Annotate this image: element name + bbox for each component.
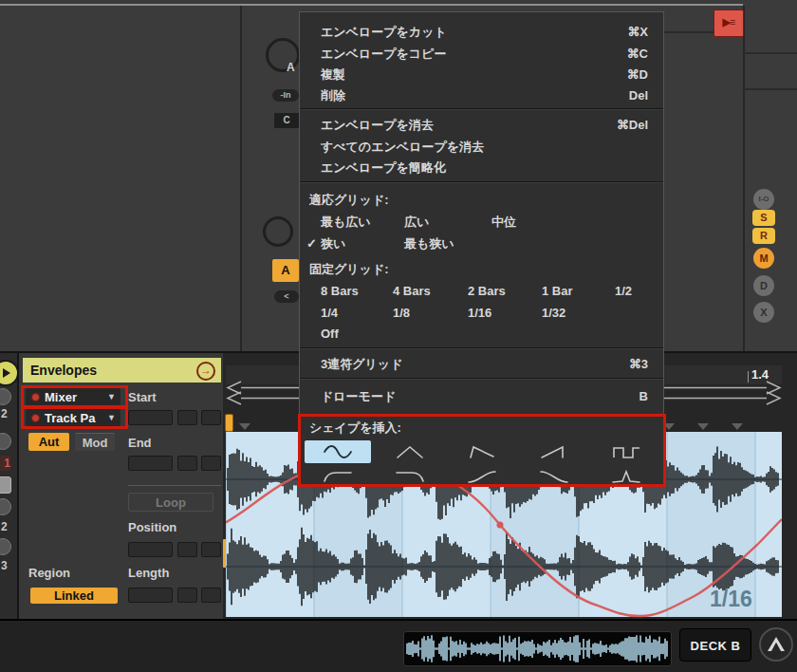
grid-option-2bars[interactable]: 2 Bars [468, 282, 506, 301]
grid-option-half[interactable]: 1/2 [615, 282, 632, 301]
track-stop-button-2[interactable] [0, 433, 11, 450]
start-sixteenths-field[interactable] [201, 410, 221, 425]
envelope-breakpoint[interactable] [497, 522, 504, 529]
shortcut: B [639, 386, 648, 407]
grid-option-sixteenth[interactable]: 1/16 [468, 304, 491, 323]
mixer-toggle[interactable]: M [753, 248, 774, 269]
grid-option-wide[interactable]: 広い [404, 213, 429, 232]
menu-separator [300, 181, 663, 183]
loop-continues-left-icon [228, 382, 241, 404]
modulation-tab[interactable]: Mod [75, 433, 115, 451]
end-bars-field[interactable] [128, 456, 173, 471]
menu-item-copy-envelope[interactable]: エンベロープをコピー⌘C [300, 44, 663, 65]
shape-sine-icon[interactable] [305, 440, 371, 463]
position-beats-field[interactable] [177, 542, 197, 557]
returns-toggle[interactable]: R [752, 228, 775, 244]
shape-spike-icon[interactable] [593, 467, 659, 485]
menu-item-duplicate[interactable]: 複製⌘D [300, 65, 663, 85]
envelopes-expand-arrow-icon[interactable]: → [196, 362, 215, 381]
control-chooser-value: Track Pa [45, 411, 107, 425]
start-beats-field[interactable] [177, 410, 197, 425]
envelope-device-chooser[interactable]: Mixer ▼ [26, 388, 120, 405]
length-beats-field[interactable] [177, 588, 197, 603]
shape-inverse-s-curve-icon[interactable] [521, 467, 587, 485]
track-stop-button-4[interactable] [0, 538, 11, 555]
sends-toggle[interactable]: S [752, 210, 775, 226]
envelope-control-chooser[interactable]: Track Pa ▼ [26, 409, 120, 426]
chevron-down-icon: ▼ [107, 413, 116, 422]
clip-slot[interactable] [0, 476, 11, 494]
shape-triangle-icon[interactable] [377, 440, 443, 463]
menu-item-delete[interactable]: 削除Del [300, 85, 663, 106]
shape-exp-down-icon[interactable] [377, 467, 443, 485]
device-prev-pill[interactable]: < [274, 290, 299, 303]
menu-separator [300, 378, 663, 380]
shape-square-icon[interactable] [593, 440, 659, 463]
menu-item-clear-envelope[interactable]: エンベロープを消去⌘Del [300, 115, 663, 136]
follow-play-button[interactable]: ▶≡ [714, 9, 744, 37]
fixed-grid-header: 固定グリッド: [309, 260, 389, 279]
grid-option-widest[interactable]: 最も広い [321, 213, 371, 232]
deck-selector-button[interactable]: DECK B [679, 628, 751, 662]
shortcut: ⌘X [627, 22, 648, 43]
sample-overview-strip[interactable] [403, 631, 672, 666]
automation-tab[interactable]: Aut [28, 433, 69, 451]
grid-option-1bar[interactable]: 1 Bar [542, 282, 573, 301]
grid-option-narrow[interactable]: 狭い [321, 234, 345, 253]
grid-option-off[interactable]: Off [321, 325, 339, 344]
end-sixteenths-field[interactable] [201, 456, 221, 471]
shortcut: ⌘C [627, 44, 648, 65]
menu-item-draw-mode[interactable]: ドローモードB [300, 386, 663, 407]
grid-option-thirtysecond[interactable]: 1/32 [542, 304, 565, 323]
device-chooser-value: Mixer [45, 390, 107, 404]
device-panel-divider [240, 6, 242, 353]
track-number-3: 3 [1, 559, 8, 572]
position-bars-field[interactable] [128, 542, 173, 557]
shortcut: ⌘D [627, 65, 648, 85]
track-stop-button-3[interactable] [0, 498, 11, 515]
crossfade-toggle[interactable]: X [753, 302, 774, 323]
grid-option-quarter[interactable]: 1/4 [321, 304, 338, 323]
shape-s-curve-icon[interactable] [449, 467, 515, 485]
loop-button[interactable]: Loop [128, 493, 213, 512]
grid-option-medium[interactable]: 中位 [491, 213, 516, 232]
start-bars-field[interactable] [128, 410, 173, 425]
shape-exp-up-icon[interactable] [305, 467, 371, 485]
shape-saw-up-icon[interactable] [521, 440, 587, 463]
region-label: Region [28, 566, 70, 580]
grid-option-8bars[interactable]: 8 Bars [321, 282, 359, 301]
grid-option-narrowest[interactable]: 最も狭い [404, 234, 454, 253]
track-rail: 2 1 2 3 [0, 353, 17, 619]
device-in-pill[interactable]: -In [272, 89, 299, 102]
menu-item-cut-envelope[interactable]: エンベロープをカット⌘X [300, 22, 663, 43]
end-beats-field[interactable] [177, 456, 197, 471]
insert-shape-header: シェイプを挿入: [309, 419, 401, 438]
shortcut: Del [629, 85, 648, 106]
position-sixteenths-field[interactable] [201, 542, 221, 557]
device-knob-2[interactable] [263, 216, 293, 247]
envelopes-title: Envelopes [30, 363, 97, 378]
grid-option-eighth[interactable]: 1/8 [393, 304, 410, 323]
end-label: End [128, 436, 152, 450]
grid-option-4bars[interactable]: 4 Bars [393, 282, 431, 301]
control-led-icon [31, 414, 40, 422]
app-logo-icon[interactable] [759, 627, 793, 662]
shape-saw-down-icon[interactable] [449, 440, 515, 463]
io-toggle[interactable]: I-O [753, 189, 774, 210]
device-chain-box[interactable]: C [274, 113, 299, 128]
track-stop-button-1[interactable] [0, 388, 11, 405]
clip-launch-button[interactable] [0, 360, 19, 386]
top-divider-line [0, 4, 743, 6]
length-sixteenths-field[interactable] [201, 588, 221, 603]
device-a-button[interactable]: A [272, 259, 299, 282]
envelopes-header[interactable]: Envelopes → [23, 358, 221, 383]
menu-item-simplify-envelope[interactable]: エンベロープを簡略化 [300, 158, 663, 178]
linked-button[interactable]: Linked [30, 588, 118, 604]
shortcut: ⌘3 [629, 354, 648, 375]
menu-item-triplet-grid[interactable]: 3連符グリッド⌘3 [300, 354, 663, 375]
menu-item-clear-all-envelopes[interactable]: すべてのエンベロープを消去 [300, 137, 663, 158]
envelope-context-menu: エンベロープをカット⌘X エンベロープをコピー⌘C 複製⌘D 削除Del エンベ… [299, 11, 664, 486]
length-bars-field[interactable] [128, 588, 173, 603]
delay-toggle[interactable]: D [753, 275, 774, 296]
track-number-2: 2 [1, 407, 8, 420]
